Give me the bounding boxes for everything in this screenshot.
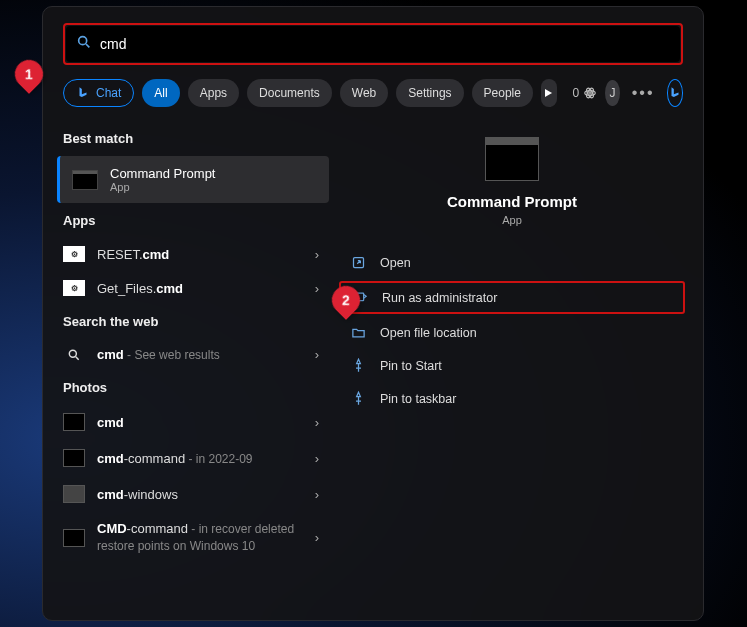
tab-people[interactable]: People [472,79,533,107]
tab-apps[interactable]: Apps [188,79,239,107]
batch-file-icon: ⚙ [63,246,85,262]
filter-tabs: Chat All Apps Documents Web Settings Peo… [43,65,703,117]
section-photos: Photos [57,372,333,403]
best-match-subtitle: App [110,181,215,193]
action-pin-to-start[interactable]: Pin to Start [339,351,685,380]
photo-thumb-icon [63,449,85,467]
pin-icon [351,358,366,373]
rewards-icon [583,86,597,100]
list-item[interactable]: ⚙ RESET.cmd › [57,238,333,270]
bing-button[interactable] [667,79,683,107]
photo-thumb-icon [63,485,85,503]
photo-thumb-icon [63,413,85,431]
tab-web[interactable]: Web [340,79,388,107]
tab-all[interactable]: All [142,79,179,107]
chevron-right-icon: › [315,451,323,466]
user-avatar[interactable]: J [605,80,619,106]
bing-icon [76,86,90,100]
list-item[interactable]: cmd-command - in 2022-09 › [57,441,333,475]
results-left-column: Best match Command Prompt App Apps ⚙ RES… [43,117,333,620]
search-box-highlight [63,23,683,65]
search-input[interactable] [100,36,670,52]
preview-subtitle: App [502,214,522,226]
tab-settings[interactable]: Settings [396,79,463,107]
chevron-right-icon: › [315,530,323,545]
chevron-right-icon: › [315,247,323,262]
bing-icon [668,86,682,100]
list-item[interactable]: cmd-windows › [57,477,333,511]
svg-point-6 [69,350,76,357]
start-search-panel: Chat All Apps Documents Web Settings Peo… [42,6,704,621]
tab-chat[interactable]: Chat [63,79,134,107]
action-open[interactable]: Open [339,248,685,277]
list-item[interactable]: CMD-command - in recover deleted restore… [57,513,333,563]
svg-line-1 [86,44,89,47]
chevron-right-icon: › [315,487,323,502]
search-box[interactable] [66,26,680,62]
tab-more-right[interactable] [541,79,557,107]
cmd-thumb-icon [72,170,98,190]
batch-file-icon: ⚙ [63,280,85,296]
preview-title: Command Prompt [447,193,577,210]
open-icon [351,255,366,270]
rewards-counter[interactable]: 0 [573,86,598,100]
action-run-as-administrator[interactable]: Run as administrator [339,281,685,314]
list-item[interactable]: cmd › [57,405,333,439]
preview-thumb-icon [485,137,539,181]
svg-point-2 [589,92,591,94]
tab-documents[interactable]: Documents [247,79,332,107]
chevron-right-icon: › [315,347,323,362]
action-open-file-location[interactable]: Open file location [339,318,685,347]
pin-icon [351,391,366,406]
section-apps: Apps [57,205,333,236]
preview-pane: Command Prompt App Open Run as administr… [333,117,703,620]
best-match-title: Command Prompt [110,166,215,181]
folder-icon [351,325,366,340]
svg-line-7 [76,356,79,359]
action-pin-to-taskbar[interactable]: Pin to taskbar [339,384,685,413]
photo-thumb-icon [63,529,85,547]
chevron-right-icon: › [315,281,323,296]
search-icon [76,34,92,54]
best-match-result[interactable]: Command Prompt App [57,156,329,203]
search-icon [63,348,85,362]
section-web: Search the web [57,306,333,337]
svg-point-0 [79,37,87,45]
overflow-menu[interactable]: ••• [628,84,659,102]
section-best-match: Best match [57,123,333,154]
list-item[interactable]: ⚙ Get_Files.cmd › [57,272,333,304]
list-item[interactable]: cmd - See web results › [57,339,333,370]
chevron-right-icon: › [315,415,323,430]
